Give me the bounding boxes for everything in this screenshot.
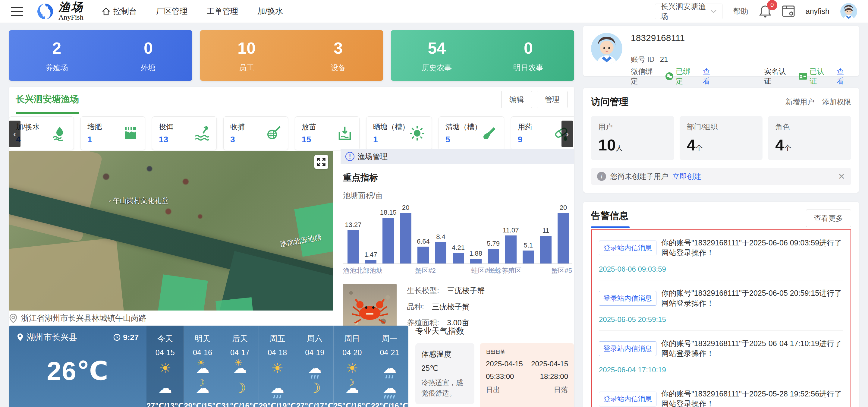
wechat-view-link[interactable]: 查看 [703, 67, 717, 86]
id-card-icon [798, 73, 807, 80]
username[interactable]: anyfish [806, 7, 830, 16]
stat-card-orange[interactable]: 10员工3设备 [200, 30, 383, 81]
nav-workorder-mgmt[interactable]: 工单管理 [207, 6, 238, 17]
help-link[interactable]: 帮助 [733, 6, 748, 16]
task-card-release[interactable]: 放苗15 [295, 116, 360, 150]
access-stat-departments[interactable]: 部门/组织4个 [680, 116, 763, 160]
task-card-sun[interactable]: 晒塘（槽）1 [366, 116, 432, 150]
forecast-day-04-15[interactable]: 今天04-15☀☁27℃/13℃晴 [147, 325, 184, 407]
tab-farm-name[interactable]: 长兴泗安塘渔场 [16, 93, 79, 114]
growth-model-block: 生长模型:三疣梭子蟹 品种:三疣梭子蟹 养殖面积:3.00亩 [343, 284, 574, 330]
feel-temp-card: 体感温度 25℃ 冷热适宜，感觉很舒适。 [415, 343, 474, 404]
bar [417, 247, 429, 263]
bar [558, 213, 569, 263]
bar [505, 236, 517, 263]
map-poi-label: ◦ 午山岗村文化礼堂 [108, 196, 168, 205]
stat-value: 2 [45, 39, 68, 57]
manage-button[interactable]: 管理 [537, 91, 567, 108]
forecast-day-04-16[interactable]: 明天04-16☀☁☽☁29℃/15℃多云 [184, 325, 221, 407]
alarm-message: 你的账号"18329168111"于2025-06-05 20:59:15进行了… [661, 288, 843, 308]
task-card-feeding[interactable]: 投饵13 [152, 116, 217, 150]
create-now-link[interactable]: 立即创建 [673, 171, 701, 181]
rain-icon: ☁ [270, 379, 284, 397]
pond-polygon[interactable] [157, 274, 208, 311]
stat-block: 0外塘 [141, 39, 156, 73]
bar-column: 1.47 [362, 251, 379, 263]
fullscreen-icon[interactable] [314, 155, 328, 169]
stat-value: 3 [331, 39, 346, 57]
nav-area-mgmt[interactable]: 厂区管理 [156, 6, 187, 17]
wechat-icon [665, 72, 674, 81]
stat-card-green[interactable]: 54历史农事0明日农事 [391, 30, 574, 81]
forecast-day-04-19[interactable]: 周六04-19☁☽27℃/17℃小雨 [296, 325, 334, 407]
home-icon [102, 7, 110, 16]
notification-bell-icon[interactable]: 0 [759, 5, 771, 18]
bar-column: 6.64 [414, 238, 432, 263]
wechat-status: 已绑定 [676, 67, 698, 86]
farm-select-value: 长兴泗安塘渔场 [661, 1, 710, 22]
access-title: 访问管理 [591, 96, 628, 108]
bar-value: 6.64 [417, 238, 430, 245]
bar-value: 1.88 [469, 250, 482, 257]
alarm-message: 你的账号"18329168111"于2025-05-28 19:52:56进行了… [661, 389, 843, 407]
fish-logo-icon [36, 2, 54, 21]
nav-console[interactable]: 控制台 [102, 6, 137, 17]
farm-mgmt-panel: ! 渔场管理 重点指标 池塘面积/亩 13.271.4718.15206.648… [341, 149, 574, 330]
farm-map[interactable]: ◦ 午山岗村文化礼堂 渔池北部池塘 [9, 151, 333, 311]
task-card-tank[interactable]: 培肥1 [81, 116, 145, 150]
task-card-net[interactable]: 收捕3 [223, 116, 288, 150]
alarm-type-badge[interactable]: 登录站内信消息 [599, 392, 656, 406]
access-stat-roles[interactable]: 角色4个 [768, 116, 851, 160]
alarm-type-badge[interactable]: 登录站内信消息 [599, 241, 656, 255]
realname-view-link[interactable]: 查看 [837, 67, 851, 86]
access-mgmt-card: 访问管理 新增用户 添加权限 用户10人部门/组织4个角色4个 i 您尚未创建子… [583, 88, 859, 193]
add-permission-link[interactable]: 添加权限 [822, 97, 851, 107]
close-icon[interactable]: ✕ [838, 171, 845, 182]
menu-icon[interactable] [11, 7, 23, 16]
alarm-type-badge[interactable]: 登录站内信消息 [599, 341, 656, 356]
bar-column: 13.27 [344, 221, 362, 263]
bar [435, 242, 446, 263]
forecast-day-04-21[interactable]: 周一04-21☁☁22℃/16℃大雨 [371, 325, 408, 407]
scroll-right-button[interactable]: › [561, 121, 573, 147]
moon-icon: ☽ [309, 379, 321, 397]
view-more-button[interactable]: 查看更多 [806, 210, 851, 227]
nav-add-water[interactable]: 加/换水 [257, 6, 283, 17]
task-card-shovel[interactable]: 清塘（槽）5 [438, 116, 504, 150]
profile-avatar [591, 33, 622, 64]
alarms-card: 告警信息 查看更多 登录站内信消息你的账号"18329168111"于2025-… [583, 202, 859, 407]
forecast-day-04-17[interactable]: 后天04-17☀☁☽31℃/16℃多云 [221, 325, 258, 407]
tank-icon [123, 125, 138, 141]
alarm-type-badge[interactable]: 登录站内信消息 [599, 291, 656, 306]
alarm-timestamp: 2025-06-06 09:03:59 [599, 265, 843, 274]
bar [365, 260, 376, 263]
avatar[interactable] [840, 3, 857, 20]
stat-label: 员工 [238, 63, 255, 73]
active-tab-indicator [591, 226, 629, 228]
stat-block: 3设备 [331, 39, 346, 73]
app-logo: 渔场 AnyFish [36, 1, 84, 22]
location-pin-icon [9, 314, 18, 323]
pond-polygon[interactable] [216, 297, 255, 311]
edit-button[interactable]: 编辑 [501, 91, 532, 108]
pond-polygon[interactable]: 渔池北部池塘 [294, 201, 333, 257]
forecast-day-04-18[interactable]: 周五04-18☀☁29℃/19℃晴 [259, 325, 296, 407]
alarm-timestamp: 2025-06-05 20:59:15 [599, 315, 843, 324]
scroll-left-button[interactable]: ‹ [9, 121, 21, 147]
weather-index-title: 专业天气指数 [415, 325, 574, 337]
weather-panel: 湖州市长兴县 9:27 26℃ 降水西南风相对湿度气压 今天04-15☀☁27℃… [9, 325, 408, 407]
key-metrics-title: 重点指标 [343, 172, 574, 184]
forecast-day-04-20[interactable]: 周日04-20☀☽☁25℃/16℃晴 [334, 325, 371, 407]
access-stat-users[interactable]: 用户10人 [591, 116, 674, 160]
farm-select[interactable]: 长兴泗安塘渔场 [655, 4, 722, 19]
task-count: 5 [445, 135, 482, 145]
moon-icon: ☽ [234, 379, 246, 397]
alarms-title: 告警信息 [591, 210, 629, 222]
bar-column: 4.21 [450, 244, 467, 263]
stat-cards-row: 2养殖场0外塘10员工3设备54历史农事0明日农事 [9, 30, 574, 81]
weather-index-panel: 专业天气指数 体感温度 25℃ 冷热适宜，感觉很舒适。 降雨量 0.0毫米 [415, 325, 574, 407]
add-user-link[interactable]: 新增用户 [785, 97, 814, 107]
workbench-icon[interactable] [782, 5, 795, 18]
account-id-label: 账号 ID [631, 55, 655, 64]
stat-card-blue[interactable]: 2养殖场0外塘 [9, 30, 192, 81]
